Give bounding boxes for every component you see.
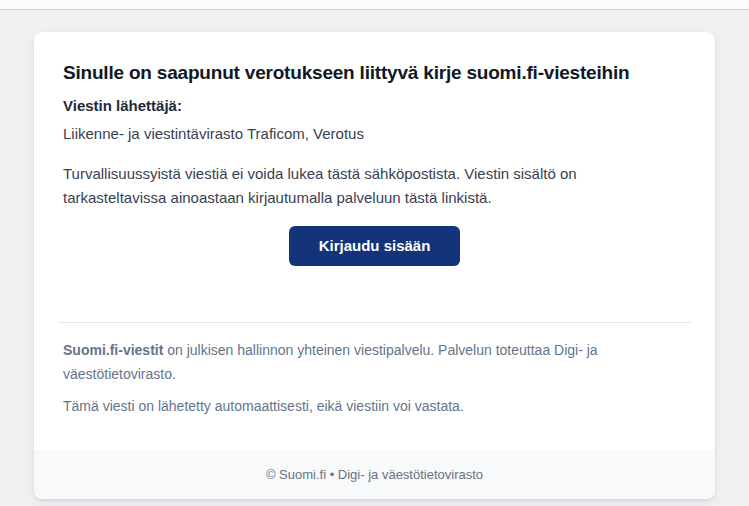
email-footer: © Suomi.fi • Digi- ja väestötietovirasto — [34, 450, 715, 499]
auto-message-note: Tämä viesti on lähetetty automaattisesti… — [63, 394, 686, 418]
service-info-bold: Suomi.fi-viestit — [63, 342, 163, 358]
service-info-text: Suomi.fi-viestit on julkisen hallinnon y… — [63, 338, 623, 386]
sender-name: Liikenne- ja viestintävirasto Traficom, … — [63, 126, 686, 142]
top-band — [0, 0, 749, 10]
email-title: Sinulle on saapunut verotukseen liittyvä… — [63, 60, 686, 85]
email-body-section: Sinulle on saapunut verotukseen liittyvä… — [34, 32, 715, 450]
login-button[interactable]: Kirjaudu sisään — [289, 226, 461, 266]
button-row: Kirjaudu sisään — [63, 226, 686, 266]
security-notice-text: Turvallisuussyistä viestiä ei voida luke… — [63, 162, 668, 210]
divider — [58, 322, 691, 323]
email-message-card: Sinulle on saapunut verotukseen liittyvä… — [34, 32, 715, 499]
sender-label: Viestin lähettäjä: — [63, 98, 686, 114]
